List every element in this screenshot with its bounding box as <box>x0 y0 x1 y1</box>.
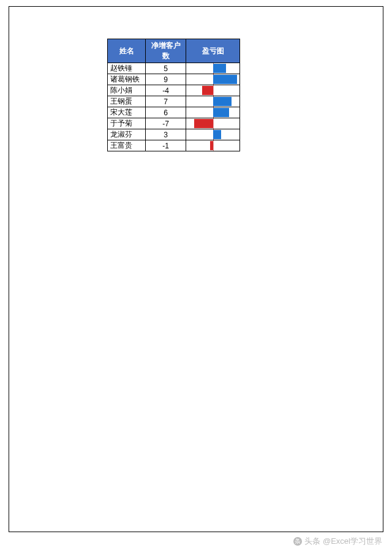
toutiao-icon: 条 <box>293 537 302 546</box>
header-row: 姓名 净增客户数 盈亏图 <box>108 39 240 63</box>
cell-name: 龙淑芬 <box>108 129 146 140</box>
table-row: 宋大莲6 <box>108 107 240 118</box>
cell-chart <box>186 74 240 85</box>
cell-name: 王富贵 <box>108 140 146 151</box>
cell-name: 于予菊 <box>108 118 146 129</box>
table-row: 王钢蛋7 <box>108 96 240 107</box>
table-row: 龙淑芬3 <box>108 129 240 140</box>
bar-positive <box>213 130 221 139</box>
bar-negative <box>194 119 213 128</box>
footer-attribution: 条 头条 @Excel学习世界 <box>293 536 382 547</box>
bar-positive <box>213 97 232 106</box>
header-name: 姓名 <box>108 39 146 63</box>
sparkline <box>189 118 237 129</box>
footer-text: 头条 @Excel学习世界 <box>304 536 382 547</box>
center-line <box>213 118 214 129</box>
cell-chart <box>186 63 240 74</box>
sparkline <box>189 96 237 107</box>
sparkline <box>189 63 237 74</box>
header-value: 净增客户数 <box>146 39 186 63</box>
cell-chart <box>186 118 240 129</box>
cell-chart <box>186 107 240 118</box>
center-line <box>213 140 214 151</box>
cell-name: 诸葛钢铁 <box>108 74 146 85</box>
data-table: 姓名 净增客户数 盈亏图 赵铁锤5诸葛钢铁9陈小娟-4王钢蛋7宋大莲6于予菊-7… <box>107 39 240 151</box>
cell-chart <box>186 129 240 140</box>
cell-value: 5 <box>146 63 186 74</box>
sparkline <box>189 85 237 96</box>
table-row: 赵铁锤5 <box>108 63 240 74</box>
cell-name: 王钢蛋 <box>108 96 146 107</box>
cell-name: 宋大莲 <box>108 107 146 118</box>
cell-chart <box>186 140 240 151</box>
cell-value: -4 <box>146 85 186 96</box>
sparkline <box>189 129 237 140</box>
center-line <box>213 85 214 96</box>
cell-value: 6 <box>146 107 186 118</box>
table-row: 陈小娟-4 <box>108 85 240 96</box>
header-chart: 盈亏图 <box>186 39 240 63</box>
cell-value: -7 <box>146 118 186 129</box>
sparkline <box>189 140 237 151</box>
sparkline <box>189 74 237 85</box>
bar-positive <box>213 108 229 117</box>
sparkline <box>189 107 237 118</box>
cell-value: -1 <box>146 140 186 151</box>
cell-value: 3 <box>146 129 186 140</box>
cell-name: 陈小娟 <box>108 85 146 96</box>
bar-negative <box>210 141 213 150</box>
bar-negative <box>202 86 213 95</box>
cell-value: 9 <box>146 74 186 85</box>
page-frame: 姓名 净增客户数 盈亏图 赵铁锤5诸葛钢铁9陈小娟-4王钢蛋7宋大莲6于予菊-7… <box>9 6 383 532</box>
cell-chart <box>186 96 240 107</box>
table-row: 诸葛钢铁9 <box>108 74 240 85</box>
table-row: 王富贵-1 <box>108 140 240 151</box>
table-row: 于予菊-7 <box>108 118 240 129</box>
bar-positive <box>213 75 238 84</box>
cell-name: 赵铁锤 <box>108 63 146 74</box>
cell-chart <box>186 85 240 96</box>
cell-value: 7 <box>146 96 186 107</box>
bar-positive <box>213 64 227 73</box>
